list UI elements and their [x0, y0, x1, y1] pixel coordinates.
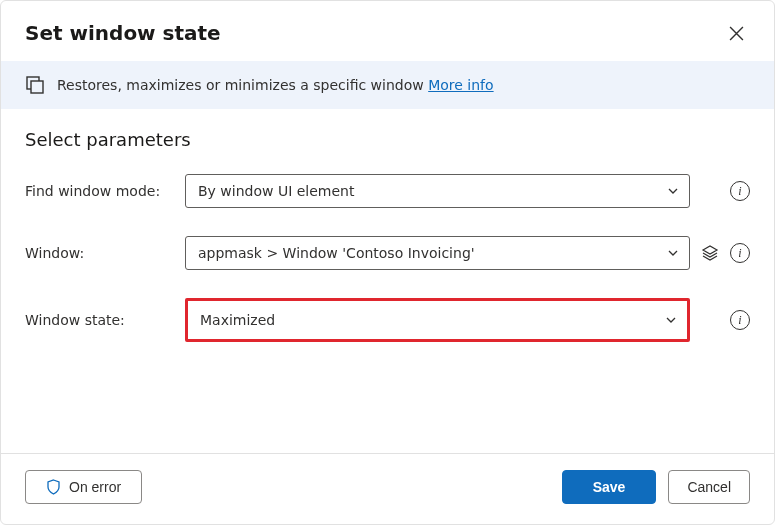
find-window-mode-value: By window UI element — [198, 183, 354, 199]
layers-icon[interactable] — [700, 243, 720, 263]
dialog-title: Set window state — [25, 21, 221, 45]
window-state-info-icon[interactable] — [730, 310, 750, 330]
svg-rect-1 — [31, 81, 43, 93]
shield-icon — [46, 479, 61, 495]
find-window-mode-label: Find window mode: — [25, 183, 175, 199]
window-state-label: Window state: — [25, 312, 175, 328]
param-find-window-mode: Find window mode: By window UI element — [25, 174, 750, 208]
chevron-down-icon — [667, 247, 679, 259]
cancel-button[interactable]: Cancel — [668, 470, 750, 504]
find-window-mode-select[interactable]: By window UI element — [185, 174, 690, 208]
window-label: Window: — [25, 245, 175, 261]
on-error-button[interactable]: On error — [25, 470, 142, 504]
more-info-link[interactable]: More info — [428, 77, 493, 93]
save-button[interactable]: Save — [562, 470, 657, 504]
window-state-select[interactable]: Maximized — [185, 298, 690, 342]
info-banner: Restores, maximizes or minimizes a speci… — [1, 61, 774, 109]
on-error-label: On error — [69, 479, 121, 495]
close-button[interactable] — [722, 19, 750, 47]
window-state-value: Maximized — [200, 312, 275, 328]
param-window-state: Window state: Maximized — [25, 298, 750, 342]
find-window-mode-info-icon[interactable] — [730, 181, 750, 201]
section-heading: Select parameters — [25, 129, 750, 150]
window-info-icon[interactable] — [730, 243, 750, 263]
close-icon — [729, 26, 744, 41]
param-window: Window: appmask > Window 'Contoso Invoic… — [25, 236, 750, 270]
window-icon — [25, 75, 45, 95]
chevron-down-icon — [667, 185, 679, 197]
window-select[interactable]: appmask > Window 'Contoso Invoicing' — [185, 236, 690, 270]
chevron-down-icon — [665, 314, 677, 326]
window-value: appmask > Window 'Contoso Invoicing' — [198, 245, 475, 261]
info-text: Restores, maximizes or minimizes a speci… — [57, 77, 424, 93]
